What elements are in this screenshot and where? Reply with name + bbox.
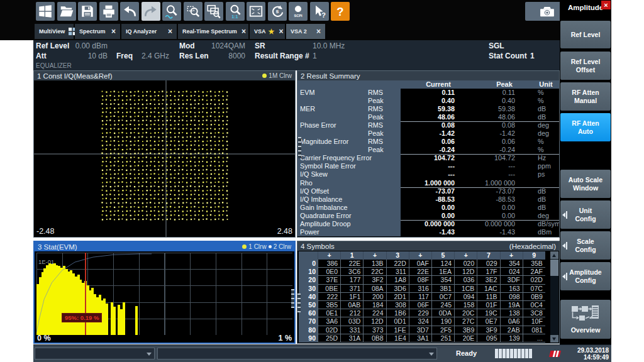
window-const-iq-titlebar[interactable]: 1 Const I/Q(Meas&Ref) 1M Clrw [34, 71, 295, 80]
scpi-recorder-button[interactable]: SCPI [289, 2, 308, 21]
window-result-summary-title: 2 Result Summary [301, 72, 360, 80]
status-dropdown-left[interactable] [35, 348, 155, 359]
trace1-label: 1M Clrw [269, 72, 292, 79]
setting-value[interactable]: 1 [313, 52, 317, 60]
result-name: Gain Imbalance [300, 204, 348, 212]
svg-text:SCPI: SCPI [294, 14, 303, 18]
symbol-value: 3DF [500, 276, 523, 284]
tab-multiview[interactable]: MultiView [35, 24, 74, 39]
tab-vsa[interactable]: VSA★× [250, 24, 285, 39]
tab-close-icon[interactable]: × [237, 28, 246, 35]
scroll-up-button[interactable] [550, 251, 558, 259]
result-peak-value: 59.38 [476, 105, 533, 113]
symbol-value: 06F [409, 301, 431, 309]
context-help-button[interactable]: ? [310, 2, 329, 21]
symbol-value: 02D [318, 326, 340, 334]
setting-value[interactable]: 1024QAM [208, 41, 245, 50]
tab-spectrum[interactable]: Spectrum× [75, 24, 120, 39]
redo-button[interactable] [142, 2, 160, 21]
symbol-value: 3D7 [409, 326, 431, 334]
symbol-value: 094 [454, 293, 477, 301]
symbol-value: 1FE [386, 326, 409, 334]
symbols-row: 503B50AB18430806F24515801F19A0C4 [299, 301, 549, 309]
symbol-value: 324 [409, 317, 431, 326]
setting-value[interactable]: 10 dB [70, 52, 108, 60]
time-label: 14:59:49 [564, 354, 609, 361]
setting-value[interactable]: 8000 [208, 52, 245, 60]
progress-segment [510, 349, 513, 358]
symbols-table: +1+3+5+7+9038622E13B22D0AF12402002935435… [297, 251, 559, 343]
setting-label: SR [255, 41, 265, 50]
status-dropdown-message[interactable] [157, 348, 437, 359]
tab-close-icon[interactable]: × [107, 28, 116, 35]
zoom-1-1-button[interactable]: 1:1 [226, 2, 245, 21]
setting-value[interactable]: 1 [530, 52, 535, 60]
mini-scrollbar[interactable] [297, 293, 301, 312]
softkey-rf-atten-auto[interactable]: RF Atten Auto [560, 113, 611, 141]
tab-close-icon[interactable]: × [274, 28, 283, 35]
tab-close-icon[interactable]: × [164, 28, 172, 35]
result-current-value: 0.06 [401, 138, 476, 146]
symbol-value: 3B9 [454, 326, 477, 334]
mini-scrollbar[interactable] [291, 289, 294, 308]
softkey-ref-level-offset[interactable]: Ref Level Offset [560, 52, 611, 80]
scrollbar-thumb[interactable] [550, 260, 558, 276]
result-row: Peak48.0648.06dB [297, 113, 559, 121]
symbols-scrollbar[interactable] [550, 251, 558, 343]
equalizer-mode-label: EQUALIZER [36, 62, 72, 69]
setting-value[interactable]: 0.00 dBm [70, 41, 108, 50]
symbol-value: 3F2 [363, 276, 386, 284]
softkey-ref-level[interactable]: Ref Level [560, 21, 611, 48]
window-symbols-titlebar[interactable]: 4 Symbols (Hexadecimal) [297, 241, 559, 251]
result-row: Carrier Frequency Error104.72104.72Hz [297, 154, 559, 162]
softkey-scale-config[interactable]: Scale Config [560, 231, 611, 260]
symbol-value: 024 [500, 268, 523, 276]
tab-iq-analyzer[interactable]: IQ Analyzer× [121, 24, 177, 39]
symbol-value: 1A8 [386, 276, 409, 284]
close-menu-button[interactable]: × [601, 1, 611, 9]
tab-label: VSA 2 [291, 28, 307, 35]
softkey-unit-config[interactable]: Unit Config [560, 200, 611, 229]
trace1-color-dot [262, 74, 267, 78]
result-name: Rho [300, 179, 313, 187]
symbol-value: 117 [409, 293, 431, 301]
mini-scrollbar[interactable] [298, 137, 301, 158]
save-button[interactable] [78, 2, 97, 21]
zoom-multi-window-button[interactable] [204, 2, 223, 21]
softkey-label: Auto Scale Window [569, 176, 602, 192]
print-button[interactable] [99, 2, 118, 21]
window-stat-evm-titlebar[interactable]: 3 Stat(EVM) 1 Clrw 2 Clrw [35, 242, 294, 251]
softkey-overview[interactable]: Overview [560, 300, 611, 339]
setting-label: Att [36, 52, 47, 60]
restart-sweep-button[interactable]: s [268, 2, 287, 21]
zoom-area-button[interactable] [184, 2, 203, 21]
result-unit: % [533, 138, 559, 146]
symbol-value: 138 [500, 309, 523, 317]
symbol-value: 184 [363, 301, 386, 309]
result-current-value: 59.38 [401, 105, 476, 113]
symbol-value: 02D [523, 276, 545, 284]
open-file-button[interactable] [57, 2, 76, 21]
tab-close-icon[interactable]: × [312, 28, 321, 35]
scroll-down-button[interactable] [550, 335, 558, 343]
fit-screen-button[interactable] [247, 2, 265, 21]
windows-logo-button[interactable] [36, 2, 55, 21]
zoom-trace-button[interactable] [162, 2, 181, 21]
tab-real-time-spectrum[interactable]: Real-Time Spectrum× [178, 24, 248, 39]
symbol-value: 095 [477, 334, 499, 343]
softkey-amplitude-config[interactable]: Amplitude Config [560, 262, 611, 290]
percentile-marker-line[interactable] [85, 253, 86, 335]
symbols-column-header: 3 [386, 251, 409, 260]
result-name: I/Q Skew [300, 170, 328, 178]
symbol-value: 371 [340, 285, 363, 293]
tab-vsa-2[interactable]: VSA 2× [286, 24, 325, 39]
window-result-summary-titlebar[interactable]: 2 Result Summary [297, 71, 559, 80]
softkey-auto-scale-window[interactable]: Auto Scale Window [560, 170, 611, 198]
setting-value[interactable]: 2.4 GHz [142, 52, 169, 60]
svg-text:?: ? [336, 5, 343, 18]
softkey-rf-atten-manual[interactable]: RF Atten Manual [560, 82, 611, 111]
setting-value[interactable]: 10.0 MHz [313, 41, 345, 50]
help-button[interactable]: ? [331, 2, 350, 21]
result-subname: RMS [368, 121, 383, 129]
undo-button[interactable] [120, 2, 139, 21]
